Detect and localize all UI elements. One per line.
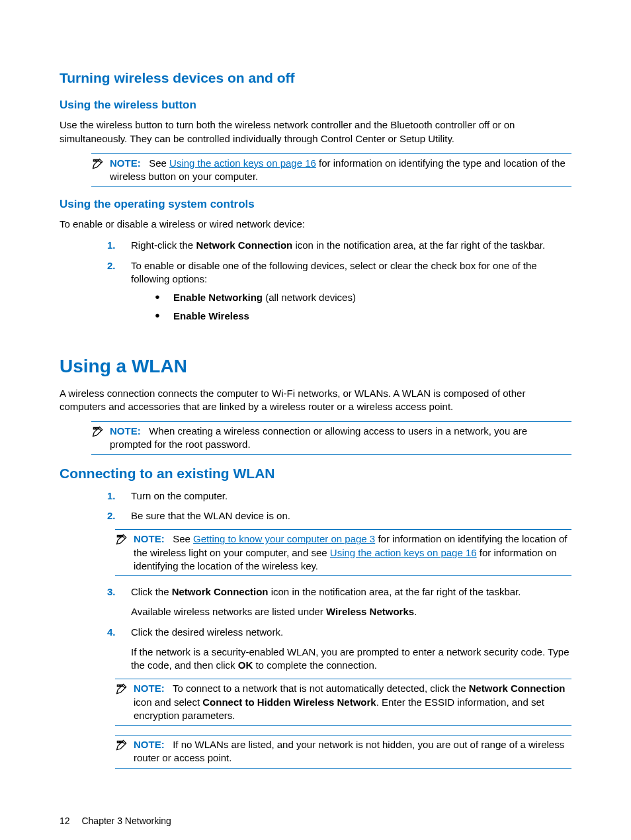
heading-wireless-button: Using the wireless button [60, 98, 571, 113]
note-label: NOTE: [110, 425, 141, 437]
note-text-1: NOTE: See Using the action keys on page … [110, 157, 571, 184]
heading-turning-wireless: Turning wireless devices on and off [60, 69, 571, 87]
note-icon [115, 533, 131, 550]
connect-step-2: 2. Be sure that the WLAN device is on. [107, 509, 571, 523]
connect-step-1: 1. Turn on the computer. [107, 489, 571, 503]
conn-step3-sub-c: . [414, 606, 417, 617]
link-action-keys[interactable]: Using the action keys on page 16 [169, 157, 316, 169]
note-box-1: NOTE: See Using the action keys on page … [91, 153, 571, 187]
heading-using-wlan: Using a WLAN [60, 354, 571, 379]
conn-step1-body: Turn on the computer. [131, 489, 571, 503]
step1-text-a: Right-click the [131, 239, 196, 251]
note-icon [115, 739, 131, 755]
note-box-5: NOTE: If no WLANs are listed, and your n… [115, 735, 571, 769]
conn-step3-sub-a: Available wireless networks are listed u… [131, 606, 326, 617]
os-step-2: 2. To enable or disable one of the follo… [107, 259, 571, 329]
link-action-keys-2[interactable]: Using the action keys on page 16 [330, 547, 477, 558]
bullet1-bold: Enable Networking [173, 292, 263, 303]
connect-step-3: 3. Click the Network Connection icon in … [107, 585, 571, 619]
connect-step-4: 4. Click the desired wireless network. I… [107, 626, 571, 673]
conn-step3-sub: Available wireless networks are listed u… [131, 605, 571, 618]
conn-step4-sub-bold: OK [238, 659, 253, 671]
heading-os-controls: Using the operating system controls [60, 197, 571, 212]
link-know-computer[interactable]: Getting to know your computer on page 3 [193, 533, 375, 544]
step-number: 2. [107, 509, 131, 523]
heading-connecting-wlan: Connecting to an existing WLAN [60, 464, 571, 483]
note-label: NOTE: [134, 683, 165, 694]
step1-bold: Network Connection [196, 239, 292, 251]
conn-step2-body: Be sure that the WLAN device is on. [131, 509, 571, 523]
note-icon [91, 425, 107, 442]
bullet-list: ● Enable Networking (all network devices… [155, 291, 571, 323]
conn-step3-sub-bold: Wireless Networks [326, 606, 414, 617]
note-box-3: NOTE: See Getting to know your computer … [115, 529, 571, 576]
step-number: 3. [107, 585, 131, 619]
step-number: 1. [107, 239, 131, 252]
bullet-dot: ● [155, 310, 173, 323]
conn-step3-a: Click the [131, 586, 172, 597]
connect-steps-list-2: 3. Click the Network Connection icon in … [107, 585, 571, 672]
step1-text-c: icon in the notification area, at the fa… [292, 239, 545, 251]
conn-step4-text: Click the desired wireless network. [131, 626, 283, 638]
note-label: NOTE: [134, 739, 165, 750]
note-icon [91, 157, 107, 174]
paragraph-wlan: A wireless connection connects the compu… [60, 387, 571, 414]
conn-step4-sub-c: to complete the connection. [253, 659, 377, 671]
note-text-5: NOTE: If no WLANs are listed, and your n… [134, 738, 571, 765]
note1-prefix: See [149, 157, 169, 169]
note3-prefix: See [173, 533, 193, 544]
note-box-4: NOTE: To connect to a network that is no… [115, 679, 571, 726]
bullet-1: ● Enable Networking (all network devices… [155, 291, 571, 304]
note5-text: If no WLANs are listed, and your network… [134, 739, 564, 763]
paragraph-os-controls: To enable or disable a wireless or wired… [60, 218, 571, 231]
step-number: 4. [107, 626, 131, 673]
note2-text: When creating a wireless connection or a… [110, 425, 527, 450]
conn-step3-c: icon in the notification area, at the fa… [269, 586, 521, 597]
note4-c: icon and select [134, 696, 202, 708]
connect-steps-list: 1. Turn on the computer. 2. Be sure that… [107, 489, 571, 523]
note4-bold-2: Connect to Hidden Wireless Network [202, 696, 376, 708]
os-steps-list: 1. Right-click the Network Connection ic… [107, 239, 571, 328]
conn-step3-bold: Network Connection [172, 586, 269, 597]
step-number: 1. [107, 489, 131, 503]
note-text-4: NOTE: To connect to a network that is no… [134, 682, 571, 722]
conn-step4-sub: If the network is a security-enabled WLA… [131, 646, 571, 673]
bullet1-rest: (all network devices) [263, 292, 356, 303]
bullet-2: ● Enable Wireless [155, 310, 571, 323]
step-number: 2. [107, 259, 131, 329]
note-label: NOTE: [134, 533, 165, 544]
page-number: 12 [60, 816, 70, 826]
note-icon [115, 683, 131, 699]
bullet2-bold: Enable Wireless [173, 310, 249, 321]
os-step-1: 1. Right-click the Network Connection ic… [107, 239, 571, 252]
chapter-label: Chapter 3 Networking [81, 816, 171, 826]
note4-a: To connect to a network that is not auto… [173, 683, 469, 694]
note-label: NOTE: [110, 157, 141, 169]
note-box-2: NOTE: When creating a wireless connectio… [91, 421, 571, 455]
bullet-dot: ● [155, 291, 173, 304]
note4-bold-1: Network Connection [469, 683, 566, 694]
page-footer: 12 Chapter 3 Networking [60, 815, 571, 827]
note-text-3: NOTE: See Getting to know your computer … [134, 532, 571, 573]
paragraph-wireless-button: Use the wireless button to turn both the… [60, 118, 571, 146]
note-text-2: NOTE: When creating a wireless connectio… [110, 425, 571, 452]
step2-text: To enable or disable one of the followin… [131, 260, 537, 284]
